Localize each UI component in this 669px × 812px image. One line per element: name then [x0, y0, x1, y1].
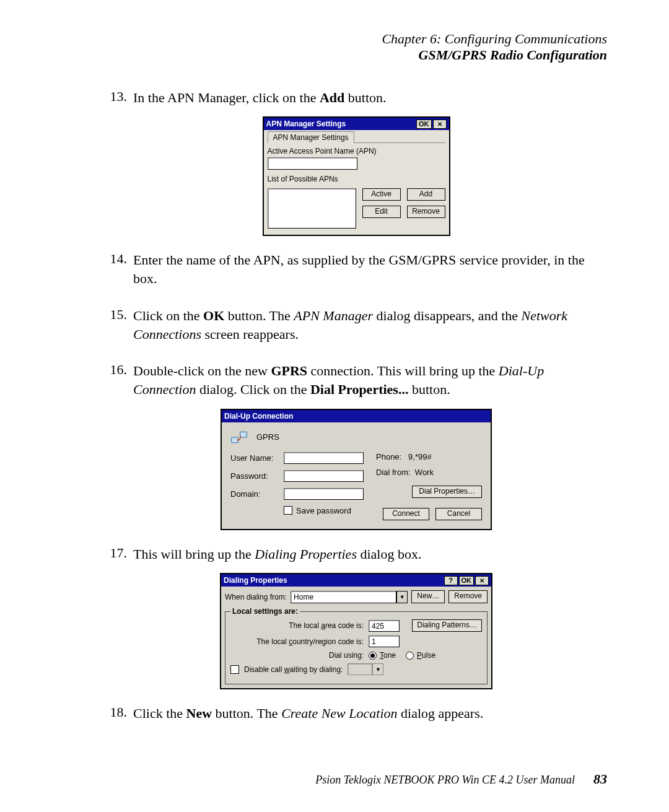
- step-text: Double-click on the new GPRS connection.…: [133, 362, 607, 398]
- step-text: This will bring up the Dialing Propertie…: [133, 545, 607, 564]
- dial-properties-button[interactable]: Dial Properties…: [412, 486, 482, 498]
- location-select[interactable]: Home ▼: [291, 591, 408, 603]
- dialfrom-label: Dial from:: [376, 468, 411, 477]
- apn-manager-dialog: APN Manager Settings OK APN Manager Sett…: [263, 116, 450, 236]
- tone-label: Tone: [380, 651, 396, 660]
- step-number: 16.: [105, 362, 133, 398]
- disable-callwaiting-checkbox[interactable]: [230, 665, 239, 674]
- dp-close-button[interactable]: [475, 576, 489, 585]
- password-input[interactable]: [284, 470, 364, 482]
- step-text: Enter the name of the APN, as supplied b…: [133, 251, 607, 287]
- dropdown-arrow-icon[interactable]: ▼: [372, 663, 383, 675]
- domain-input[interactable]: [284, 488, 364, 500]
- svg-rect-0: [232, 437, 238, 443]
- svg-rect-1: [240, 432, 247, 437]
- phone-label: Phone:: [376, 452, 401, 461]
- area-code-input[interactable]: 425: [369, 620, 400, 632]
- step-number: 13.: [105, 89, 133, 107]
- callwaiting-select[interactable]: ▼: [348, 663, 383, 675]
- section-title: GSM/GPRS Radio Configuration: [105, 47, 607, 63]
- dropdown-arrow-icon[interactable]: ▼: [396, 591, 408, 603]
- pulse-radio[interactable]: [406, 652, 414, 660]
- step-number: 15.: [105, 307, 133, 343]
- username-label: User Name:: [230, 453, 279, 463]
- step-number: 14.: [105, 251, 133, 287]
- country-code-input[interactable]: 1: [369, 635, 400, 647]
- step-number: 17.: [105, 545, 133, 564]
- area-code-label: The local area code is:: [230, 621, 364, 630]
- username-input[interactable]: [284, 452, 364, 464]
- local-settings-legend: Local settings are:: [230, 607, 300, 616]
- dial-up-dialog: Dial-Up Connection GPRS User Name:: [221, 409, 492, 530]
- dp-titlebar: Dialing Properties ? OK: [221, 574, 491, 587]
- domain-label: Domain:: [230, 489, 279, 499]
- step-15: 15. Click on the OK button. The APN Mana…: [105, 307, 607, 343]
- disable-callwaiting-label: Disable call waiting by dialing:: [244, 665, 343, 674]
- page-footer: Psion Teklogix NETBOOK PRO Win CE 4.2 Us…: [315, 771, 607, 787]
- active-apn-label: Active Access Point Name (APN): [268, 147, 445, 155]
- apn-titlebar: APN Manager Settings OK: [264, 118, 449, 130]
- save-password-label: Save password: [296, 506, 351, 515]
- country-code-label: The local country/region code is:: [230, 637, 364, 646]
- page-number: 83: [593, 771, 607, 787]
- dialing-patterns-button[interactable]: Dialing Patterns…: [412, 619, 482, 632]
- remove-location-button[interactable]: Remove: [448, 590, 488, 603]
- dp-title: Dialing Properties: [224, 576, 444, 585]
- apn-remove-button[interactable]: Remove: [407, 206, 445, 218]
- dial-titlebar: Dial-Up Connection: [222, 410, 491, 422]
- password-label: Password:: [230, 471, 279, 481]
- location-value: Home: [291, 591, 396, 603]
- step-18: 18. Click the New button. The Create New…: [105, 704, 607, 723]
- chapter-title: Chapter 6: Configuring Communications: [105, 31, 607, 47]
- step-17: 17. This will bring up the Dialing Prope…: [105, 545, 607, 564]
- tone-radio[interactable]: [369, 652, 377, 660]
- dp-ok-button[interactable]: OK: [459, 576, 474, 585]
- dial-using-label: Dial using:: [230, 651, 364, 660]
- apn-tab[interactable]: APN Manager Settings: [268, 131, 354, 143]
- apn-close-button[interactable]: [433, 120, 447, 129]
- when-dialing-label: When dialing from:: [225, 593, 287, 601]
- active-apn-input[interactable]: [268, 157, 357, 170]
- apn-list-label: List of Possible APNs: [268, 175, 445, 183]
- save-password-checkbox[interactable]: [284, 506, 292, 515]
- step-16: 16. Double-click on the new GPRS connect…: [105, 362, 607, 398]
- dialing-properties-dialog: Dialing Properties ? OK When dialing fro…: [220, 573, 492, 689]
- pulse-label: Pulse: [417, 651, 435, 660]
- step-text: In the APN Manager, click on the Add but…: [133, 89, 607, 107]
- apn-ok-button[interactable]: OK: [416, 120, 432, 129]
- apn-title: APN Manager Settings: [266, 120, 417, 128]
- step-13: 13. In the APN Manager, click on the Add…: [105, 89, 607, 107]
- step-text: Click the New button. The Create New Loc…: [133, 704, 607, 723]
- new-location-button[interactable]: New…: [411, 590, 445, 603]
- connection-icon: [230, 429, 248, 446]
- dialfrom-value: Work: [415, 468, 434, 477]
- step-number: 18.: [105, 704, 133, 723]
- apn-add-button[interactable]: Add: [407, 188, 445, 201]
- dp-help-button[interactable]: ?: [444, 576, 458, 585]
- footer-text: Psion Teklogix NETBOOK PRO Win CE 4.2 Us…: [315, 774, 575, 787]
- svg-point-2: [237, 439, 239, 441]
- page-header: Chapter 6: Configuring Communications GS…: [105, 31, 607, 64]
- connect-button[interactable]: Connect: [383, 508, 429, 520]
- phone-value: 9,*99#: [408, 452, 432, 461]
- step-14: 14. Enter the name of the APN, as suppli…: [105, 251, 607, 287]
- step-text: Click on the OK button. The APN Manager …: [133, 307, 607, 343]
- apn-edit-button[interactable]: Edit: [362, 206, 401, 218]
- apn-listbox[interactable]: [268, 188, 356, 229]
- dial-title: Dial-Up Connection: [224, 412, 488, 421]
- local-settings-group: Local settings are: The local area code …: [225, 607, 488, 684]
- cancel-button[interactable]: Cancel: [435, 508, 482, 520]
- connection-name: GPRS: [256, 432, 279, 442]
- apn-active-button[interactable]: Active: [362, 188, 401, 201]
